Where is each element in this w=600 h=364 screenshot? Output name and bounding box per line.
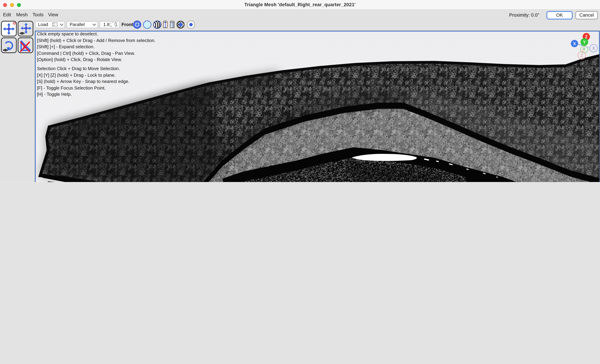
svg-text:X: X bbox=[592, 46, 595, 51]
svg-text:Y: Y bbox=[583, 40, 586, 44]
svg-text:Z: Z bbox=[580, 53, 583, 58]
svg-text:Y: Y bbox=[583, 47, 585, 52]
svg-text:Z: Z bbox=[585, 34, 588, 39]
svg-text:X: X bbox=[573, 41, 576, 46]
